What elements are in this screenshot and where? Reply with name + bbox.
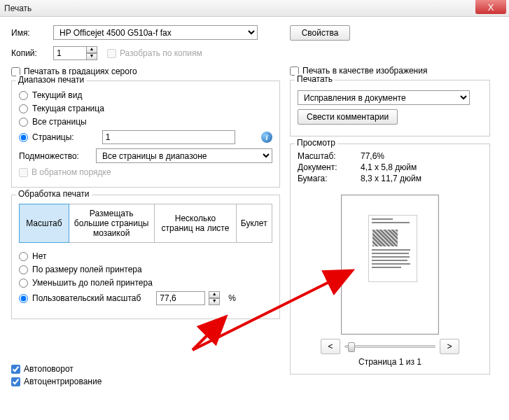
scale-shrink[interactable]: Уменьшить до полей принтера	[19, 278, 272, 288]
paper-value: 8,3 x 11,7 дюйм	[361, 174, 421, 183]
tab-poster[interactable]: Размещать большие страницы мозаикой	[69, 204, 155, 242]
next-page-button[interactable]: >	[440, 339, 459, 354]
copies-label: Копий:	[11, 48, 53, 58]
zoom-value: 77,6%	[361, 151, 384, 161]
info-icon[interactable]: i	[261, 132, 272, 143]
scale-fit[interactable]: По размеру полей принтера	[19, 265, 272, 274]
window-title: Печать	[4, 4, 32, 13]
thumb-image-icon	[372, 230, 398, 246]
close-button[interactable]: X	[475, 0, 506, 14]
autorotate-row[interactable]: Автоповорот	[11, 364, 280, 374]
collate-checkbox	[107, 49, 116, 58]
scale-custom-label: Пользовательский масштаб	[32, 293, 141, 303]
percent-label: %	[228, 293, 236, 303]
range-all-pages[interactable]: Все страницы	[19, 117, 272, 127]
zoom-label: Масштаб:	[298, 151, 361, 161]
range-fieldset: Диапазон печати Текущий вид Текущая стра…	[11, 80, 280, 188]
range-pages-radio[interactable]	[19, 133, 28, 142]
collate-checkbox-row: Разобрать по копиям	[107, 48, 202, 58]
range-pages-label: Страницы:	[32, 132, 74, 142]
close-icon: X	[488, 2, 494, 13]
autorotate-label: Автоповорот	[24, 364, 74, 374]
spinner-up-icon[interactable]: ▲	[209, 291, 220, 298]
spinner-down-icon[interactable]: ▼	[209, 298, 220, 305]
print-what-fieldset: Печатать Исправления в документе Свести …	[290, 80, 490, 136]
pages-input[interactable]	[102, 130, 235, 144]
name-label: Имя:	[11, 28, 53, 38]
subset-label: Подмножество:	[19, 151, 96, 161]
autocenter-label: Автоцентрирование	[24, 377, 102, 386]
collate-label: Разобрать по копиям	[120, 48, 202, 58]
flatten-button[interactable]: Свести комментарии	[298, 109, 398, 125]
handling-tabs: Масштаб Размещать большие страницы мозаи…	[19, 204, 272, 243]
print-what-legend: Печатать	[295, 74, 335, 84]
preview-fieldset: Просмотр Масштаб:77,6% Документ:4,1 x 5,…	[290, 144, 490, 374]
page-thumbnail	[341, 195, 439, 335]
tab-scale[interactable]: Масштаб	[19, 204, 69, 243]
handling-legend: Обработка печати	[16, 189, 92, 199]
scale-spinner[interactable]: ▲ ▼	[209, 291, 220, 305]
reverse-row: В обратном порядке	[19, 167, 272, 177]
doc-value: 4,1 x 5,8 дюйм	[361, 162, 417, 172]
scale-custom-radio[interactable]	[19, 294, 28, 303]
printer-select[interactable]: HP Officejet 4500 G510a-f fax	[53, 25, 258, 40]
range-current-page[interactable]: Текущая страница	[19, 104, 272, 113]
page-slider[interactable]	[344, 345, 435, 348]
subset-select[interactable]: Все страницы в диапазоне	[96, 148, 272, 163]
tab-multiple[interactable]: Несколько страниц на листе	[155, 204, 236, 242]
autorotate-checkbox[interactable]	[11, 365, 20, 374]
autocenter-checkbox[interactable]	[11, 377, 20, 386]
scale-input[interactable]	[156, 291, 205, 305]
print-what-select[interactable]: Исправления в документе	[298, 90, 470, 105]
range-legend: Диапазон печати	[16, 75, 86, 85]
slider-thumb-icon[interactable]	[348, 342, 355, 352]
scale-none[interactable]: Нет	[19, 251, 272, 261]
prev-page-button[interactable]: <	[321, 339, 340, 354]
paper-label: Бумага:	[298, 174, 361, 183]
range-current-view[interactable]: Текущий вид	[19, 90, 272, 100]
range-pages-row: Страницы: i	[19, 130, 272, 144]
page-inner	[368, 215, 417, 282]
tab-booklet[interactable]: Буклет	[237, 204, 272, 242]
properties-button[interactable]: Свойства	[290, 25, 350, 41]
preview-legend: Просмотр	[295, 138, 337, 148]
doc-label: Документ:	[298, 162, 361, 172]
copies-input[interactable]	[53, 46, 87, 60]
copies-spinner[interactable]: ▲ ▼	[86, 46, 97, 60]
titlebar: Печать X	[0, 0, 509, 17]
spinner-up-icon[interactable]: ▲	[86, 46, 97, 53]
reverse-label: В обратном порядке	[32, 167, 111, 177]
reverse-checkbox	[19, 168, 28, 177]
autocenter-row[interactable]: Автоцентрирование	[11, 377, 280, 386]
scale-custom-row: Пользовательский масштаб ▲ ▼ %	[19, 291, 272, 305]
handling-fieldset: Обработка печати Масштаб Размещать больш…	[11, 195, 280, 319]
spinner-down-icon[interactable]: ▼	[86, 53, 97, 60]
page-counter: Страница 1 из 1	[298, 357, 482, 367]
